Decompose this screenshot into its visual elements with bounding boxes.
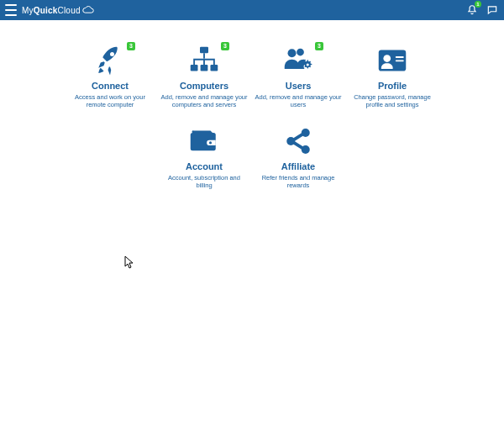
tile-desc: Add, remove and manage your computers an…: [160, 93, 248, 109]
brand-part1: My: [22, 6, 34, 15]
svg-rect-1: [200, 47, 208, 54]
tile-desc: Change password, manage profile and sett…: [349, 93, 436, 109]
tile-users[interactable]: 3 Users Add, remove and manage your user…: [251, 44, 345, 109]
tile-title: Profile: [349, 81, 436, 91]
tile-computers[interactable]: 3 Computers Add, remove and manage your …: [157, 44, 251, 109]
tile-title: Account: [160, 161, 248, 171]
users-gear-icon: [281, 44, 315, 77]
cloud-icon: [81, 6, 95, 14]
svg-point-5: [288, 49, 297, 57]
tile-title: Affiliate: [255, 161, 342, 171]
tile-desc: Account, subscription and billing: [160, 174, 248, 190]
tile-desc: Add, remove and manage your users: [255, 93, 342, 109]
wallet-icon: [187, 124, 221, 158]
tile-desc: Access and work on your remote computer: [66, 93, 154, 109]
dashboard-content: 3 Connect Access and work on your remote…: [0, 20, 504, 205]
svg-rect-2: [191, 65, 198, 71]
svg-rect-12: [396, 60, 404, 61]
svg-point-6: [297, 49, 304, 56]
app-header: MyQuickCloud 1: [0, 0, 504, 20]
tile-title: Computers: [160, 81, 248, 91]
brand-logo[interactable]: MyQuickCloud: [22, 6, 95, 15]
network-icon: [187, 44, 221, 77]
brand-part3: Cloud: [58, 6, 81, 15]
tile-profile[interactable]: Profile Change password, manage profile …: [345, 44, 439, 109]
brand-part2: Quick: [34, 6, 58, 15]
svg-rect-3: [201, 65, 208, 71]
share-icon: [281, 124, 315, 158]
svg-point-8: [307, 63, 309, 66]
tile-badge: 3: [221, 42, 229, 50]
svg-rect-11: [396, 56, 404, 58]
tile-title: Users: [255, 81, 342, 91]
mouse-cursor-icon: [124, 255, 134, 269]
svg-rect-4: [211, 65, 218, 71]
tiles-grid: 3 Connect Access and work on your remote…: [63, 44, 441, 205]
tile-desc: Refer friends and manage rewards: [255, 174, 342, 190]
svg-point-10: [383, 55, 391, 62]
notifications-button[interactable]: 1: [465, 3, 479, 17]
notifications-count: 1: [475, 1, 481, 8]
svg-point-0: [110, 52, 114, 56]
chat-button[interactable]: [486, 3, 499, 17]
svg-point-13: [209, 141, 212, 144]
id-card-icon: [375, 44, 409, 77]
tile-badge: 3: [315, 42, 323, 50]
tile-badge: 3: [127, 42, 135, 50]
tile-affiliate[interactable]: Affiliate Refer friends and manage rewar…: [251, 124, 345, 190]
menu-icon[interactable]: [5, 4, 17, 16]
tile-connect[interactable]: 3 Connect Access and work on your remote…: [63, 44, 157, 109]
chat-icon: [486, 4, 498, 16]
tile-account[interactable]: Account Account, subscription and billin…: [157, 124, 251, 190]
tile-title: Connect: [66, 81, 154, 91]
rocket-icon: [93, 44, 127, 77]
